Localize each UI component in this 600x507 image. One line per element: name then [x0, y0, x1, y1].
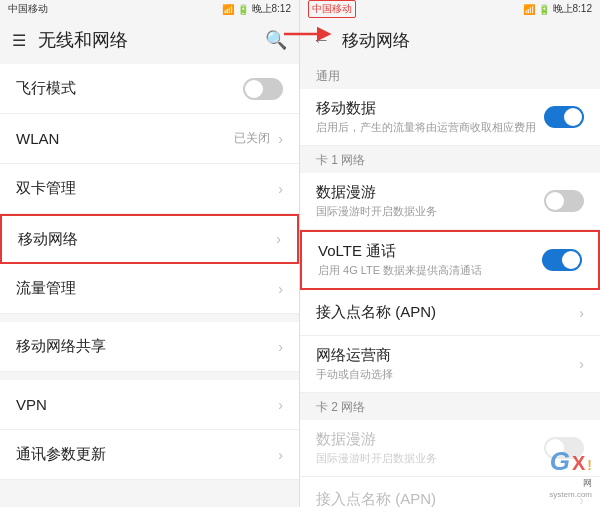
vpn-title: VPN — [16, 396, 278, 413]
section-label-general: 通用 — [300, 62, 600, 89]
watermark-url: system.com — [549, 490, 592, 499]
settings-item-dual-sim[interactable]: 双卡管理 › — [0, 164, 299, 214]
signal-icon: 📶 — [222, 4, 234, 15]
left-settings-list: 飞行模式 WLAN 已关闭 › 双卡管理 › — [0, 62, 299, 507]
settings-item-comms[interactable]: 通讯参数更新 › — [0, 430, 299, 480]
mobile-network-title: 移动网络 — [18, 230, 276, 249]
wlan-badge: 已关闭 — [234, 130, 270, 147]
comms-arrow: › — [278, 447, 283, 463]
watermark-domain: 网 — [583, 477, 592, 490]
settings-item-mobile-network[interactable]: 移动网络 › — [0, 214, 299, 264]
right-battery-icon: 🔋 — [538, 4, 550, 15]
mobile-data-toggle[interactable] — [544, 106, 584, 128]
right-status-left: 中国移动 — [308, 0, 356, 18]
carrier-box: 中国移动 — [308, 0, 356, 18]
right-panel: 中国移动 📶 🔋 晚上8:12 ← 移动网络 通用 移动数据 启用后，产生的流量… — [300, 0, 600, 507]
left-panel: 中国移动 📶 🔋 晚上8:12 ☰ 无线和网络 🔍 飞行模式 — [0, 0, 300, 507]
volte-title: VoLTE 通话 — [318, 242, 542, 261]
watermark-x: X — [572, 452, 585, 475]
wlan-title: WLAN — [16, 130, 234, 147]
right-time: 晚上8:12 — [553, 2, 592, 16]
separator2 — [0, 372, 299, 380]
arrow-annotation — [282, 20, 332, 48]
right-status-bar: 中国移动 📶 🔋 晚上8:12 — [300, 0, 600, 18]
mobile-data-subtitle: 启用后，产生的流量将由运营商收取相应费用 — [316, 120, 544, 135]
dual-sim-title: 双卡管理 — [16, 179, 278, 198]
carrier1-subtitle: 手动或自动选择 — [316, 367, 579, 382]
dual-sim-arrow: › — [278, 181, 283, 197]
hamburger-icon[interactable]: ☰ — [12, 31, 26, 50]
watermark-i: ! — [587, 457, 592, 473]
section-label-card1: 卡 1 网络 — [300, 146, 600, 173]
watermark: G X ! 网 system.com — [549, 446, 592, 499]
data-roaming2-subtitle: 国际漫游时开启数据业务 — [316, 451, 544, 466]
data-roaming1-toggle[interactable] — [544, 190, 584, 212]
volte-subtitle: 启用 4G LTE 数据来提供高清通话 — [318, 263, 542, 278]
separator1 — [0, 314, 299, 322]
apn2-title: 接入点名称 (APN) — [316, 490, 579, 507]
right-status-right: 📶 🔋 晚上8:12 — [523, 2, 592, 16]
comms-title: 通讯参数更新 — [16, 445, 278, 464]
mobile-network-arrow: › — [276, 231, 281, 247]
data-roaming2-title: 数据漫游 — [316, 430, 544, 449]
wlan-arrow: › — [278, 131, 283, 147]
settings-item-wlan[interactable]: WLAN 已关闭 › — [0, 114, 299, 164]
right-header-title: 移动网络 — [342, 29, 410, 52]
section-label-card2: 卡 2 网络 — [300, 393, 600, 420]
left-time: 晚上8:12 — [252, 2, 291, 16]
data-roaming1-title: 数据漫游 — [316, 183, 544, 202]
carrier1-arrow: › — [579, 356, 584, 372]
settings-item-hotspot[interactable]: 移动网络共享 › — [0, 322, 299, 372]
left-header-title: 无线和网络 — [38, 28, 265, 52]
carrier1-title: 网络运营商 — [316, 346, 579, 365]
left-carrier: 中国移动 — [8, 2, 48, 16]
traffic-arrow: › — [278, 281, 283, 297]
settings-item-vpn[interactable]: VPN › — [0, 380, 299, 430]
settings-item-airplane[interactable]: 飞行模式 — [0, 64, 299, 114]
hotspot-title: 移动网络共享 — [16, 337, 278, 356]
right-item-data-roaming1[interactable]: 数据漫游 国际漫游时开启数据业务 — [300, 173, 600, 230]
apn1-arrow: › — [579, 305, 584, 321]
mobile-data-title: 移动数据 — [316, 99, 544, 118]
data-roaming1-subtitle: 国际漫游时开启数据业务 — [316, 204, 544, 219]
volte-toggle[interactable] — [542, 249, 582, 271]
watermark-g: G — [550, 446, 570, 477]
airplane-title: 飞行模式 — [16, 79, 243, 98]
right-list: 通用 移动数据 启用后，产生的流量将由运营商收取相应费用 卡 1 网络 数据漫游… — [300, 62, 600, 507]
airplane-toggle[interactable] — [243, 78, 283, 100]
left-header: ☰ 无线和网络 🔍 — [0, 18, 299, 62]
right-header: ← 移动网络 — [300, 18, 600, 62]
right-item-apn1[interactable]: 接入点名称 (APN) › — [300, 290, 600, 336]
traffic-title: 流量管理 — [16, 279, 278, 298]
right-item-mobile-data[interactable]: 移动数据 启用后，产生的流量将由运营商收取相应费用 — [300, 89, 600, 146]
vpn-arrow: › — [278, 397, 283, 413]
right-item-volte[interactable]: VoLTE 通话 启用 4G LTE 数据来提供高清通话 — [300, 230, 600, 290]
right-signal-icon: 📶 — [523, 4, 535, 15]
settings-item-traffic[interactable]: 流量管理 › — [0, 264, 299, 314]
battery-icon: 🔋 — [237, 4, 249, 15]
left-status-right: 📶 🔋 晚上8:12 — [222, 2, 291, 16]
hotspot-arrow: › — [278, 339, 283, 355]
left-status-bar: 中国移动 📶 🔋 晚上8:12 — [0, 0, 299, 18]
apn1-title: 接入点名称 (APN) — [316, 303, 579, 322]
right-item-carrier1[interactable]: 网络运营商 手动或自动选择 › — [300, 336, 600, 393]
